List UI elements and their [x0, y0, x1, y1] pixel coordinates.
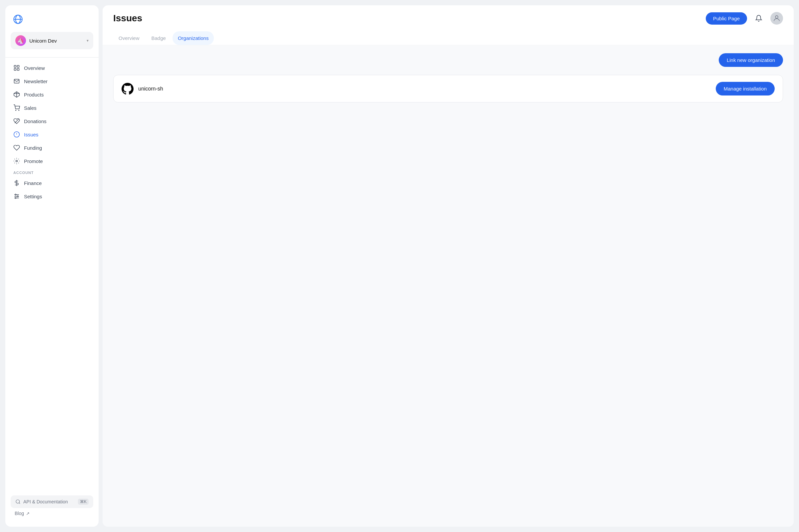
sidebar-item-overview[interactable]: Overview: [9, 61, 95, 74]
donations-icon: [13, 118, 20, 125]
link-org-button[interactable]: Link new organization: [719, 53, 783, 67]
grid-icon: [13, 64, 20, 71]
search-shortcut: ⌘K: [78, 499, 89, 505]
main-content: Issues Public Page Overview: [103, 5, 794, 527]
content-top-bar: Link new organization: [113, 53, 783, 67]
notification-button[interactable]: [752, 12, 765, 25]
svg-rect-3: [14, 65, 16, 68]
sidebar-item-donations[interactable]: Donations: [9, 115, 95, 128]
svg-line-24: [19, 503, 20, 504]
products-icon: [13, 91, 20, 98]
bell-icon: [755, 15, 762, 22]
svg-rect-5: [14, 69, 16, 71]
sidebar-item-newsletter[interactable]: Newsletter: [9, 75, 95, 88]
sidebar-item-sales[interactable]: Sales: [9, 101, 95, 114]
sidebar-item-promote[interactable]: Promote: [9, 155, 95, 167]
sidebar-item-funding[interactable]: Funding: [9, 141, 95, 154]
header-actions: Public Page: [706, 12, 783, 25]
tab-badge[interactable]: Badge: [146, 31, 171, 45]
newsletter-icon: [13, 78, 20, 84]
sidebar-item-label-donations: Donations: [24, 118, 47, 124]
svg-point-20: [15, 194, 16, 195]
sidebar-item-label-overview: Overview: [24, 65, 45, 71]
svg-point-25: [775, 16, 778, 18]
chevron-down-icon: ▾: [87, 38, 89, 43]
sidebar-item-settings[interactable]: Settings: [9, 190, 95, 203]
org-name: unicorn-sh: [138, 86, 163, 92]
app-logo: [5, 12, 98, 32]
svg-point-11: [16, 110, 16, 111]
svg-rect-4: [17, 65, 19, 68]
blog-link[interactable]: Blog ↗: [11, 508, 93, 519]
sidebar-divider: [5, 57, 98, 58]
sidebar-item-label-sales: Sales: [24, 105, 37, 111]
tab-overview[interactable]: Overview: [113, 31, 145, 45]
sidebar-item-label-products: Products: [24, 92, 43, 97]
settings-icon: [13, 193, 20, 200]
sidebar-item-products[interactable]: Products: [9, 88, 95, 101]
promote-icon: [13, 158, 20, 164]
blog-label: Blog: [15, 511, 24, 516]
external-link-icon: ↗: [26, 511, 30, 516]
public-page-button[interactable]: Public Page: [706, 12, 747, 25]
svg-point-22: [15, 197, 16, 198]
github-icon: [122, 83, 133, 95]
sidebar-nav: Overview Newsletter: [5, 59, 98, 491]
svg-rect-6: [17, 69, 19, 71]
manage-installation-button[interactable]: Manage installation: [716, 82, 775, 95]
account-section-label: ACCOUNT: [9, 168, 95, 176]
workspace-selector[interactable]: 🦄 Unicorn Dev ▾: [11, 32, 93, 49]
search-icon: [15, 499, 21, 505]
finance-icon: [13, 180, 20, 186]
sidebar-item-issues[interactable]: Issues: [9, 128, 95, 141]
issues-icon: [13, 131, 20, 138]
tabs-bar: Overview Badge Organizations: [103, 31, 794, 45]
svg-point-21: [17, 196, 18, 197]
sidebar-item-label-settings: Settings: [24, 194, 42, 199]
svg-point-23: [16, 500, 20, 504]
sidebar-item-label-newsletter: Newsletter: [24, 78, 48, 84]
workspace-name: Unicorn Dev: [29, 38, 83, 43]
page-title: Issues: [113, 13, 142, 24]
sidebar-item-label-promote: Promote: [24, 158, 43, 164]
svg-point-12: [19, 110, 19, 111]
org-info: unicorn-sh: [122, 83, 163, 95]
search-docs-button[interactable]: API & Documentation ⌘K: [11, 495, 93, 508]
sidebar-item-finance[interactable]: Finance: [9, 177, 95, 189]
org-card: unicorn-sh Manage installation: [113, 75, 783, 102]
search-docs-label: API & Documentation: [23, 499, 68, 505]
workspace-avatar: 🦄: [15, 35, 26, 46]
sales-icon: [13, 104, 20, 111]
svg-point-15: [16, 160, 18, 162]
main-header: Issues Public Page: [103, 5, 794, 31]
sidebar-bottom: API & Documentation ⌘K Blog ↗: [5, 491, 98, 521]
funding-icon: [13, 145, 20, 151]
tab-organizations[interactable]: Organizations: [172, 31, 214, 45]
sidebar: 🦄 Unicorn Dev ▾ Overview: [5, 5, 98, 527]
content-area: Link new organization unicorn-sh Manage …: [103, 45, 794, 527]
sidebar-item-label-finance: Finance: [24, 180, 42, 186]
sidebar-item-label-funding: Funding: [24, 145, 42, 151]
sidebar-item-label-issues: Issues: [24, 132, 38, 137]
user-avatar-button[interactable]: [770, 12, 783, 25]
